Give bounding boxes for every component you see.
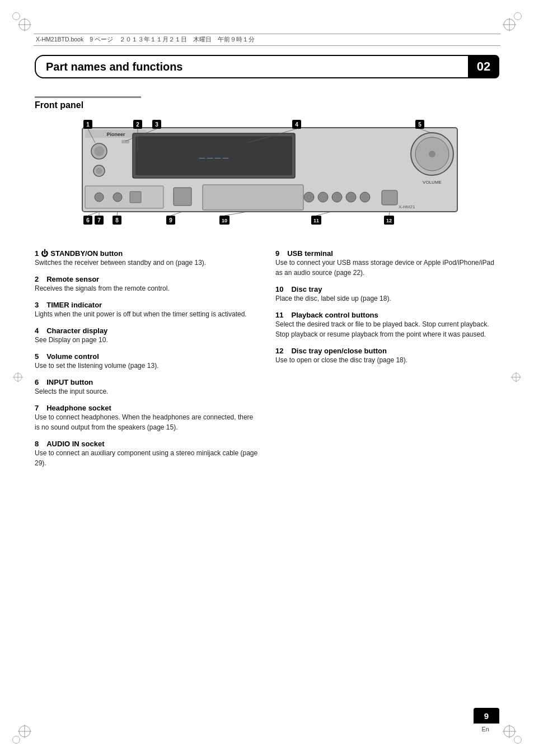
reg-mark-mr <box>510 372 522 385</box>
svg-rect-37 <box>382 190 397 205</box>
corner-circle-bl <box>12 736 20 744</box>
section-heading-container: Front panel <box>35 96 141 110</box>
desc-body-6: Selects the input source. <box>35 386 259 396</box>
svg-text:— — — —: — — — — <box>199 154 228 161</box>
desc-item-2: 2 Remote sensor Receives the signals fro… <box>35 275 259 293</box>
svg-line-71 <box>117 212 118 216</box>
svg-text:7: 7 <box>97 217 101 223</box>
svg-point-18 <box>96 167 102 174</box>
corner-circle-tr <box>514 12 522 20</box>
header-strip: X-HM21BTD.book 9 ページ ２０１３年１１月２１日 木曜日 午前９… <box>34 34 500 46</box>
desc-body-8: Use to connect an auxiliary component us… <box>35 448 259 468</box>
desc-num-7: 7 <box>35 404 39 412</box>
svg-text:8: 8 <box>115 217 119 223</box>
svg-point-27 <box>95 193 104 202</box>
desc-item-12: 12 Disc tray open/close button Use to op… <box>275 347 499 365</box>
svg-rect-30 <box>174 188 191 206</box>
svg-text:1: 1 <box>86 122 90 128</box>
svg-point-33 <box>318 192 328 202</box>
desc-num-3: 3 <box>35 301 39 309</box>
svg-point-32 <box>304 192 314 202</box>
page-number-box: 9 <box>474 708 499 724</box>
desc-num-9: 9 <box>275 249 279 258</box>
svg-point-35 <box>346 192 356 202</box>
desc-num-6: 6 <box>35 378 39 386</box>
desc-body-11: Select the desired track or file to be p… <box>275 319 499 339</box>
svg-point-16 <box>94 146 104 156</box>
svg-point-24 <box>429 151 435 157</box>
desc-body-1: Switches the receiver between standby an… <box>35 258 259 268</box>
desc-icon-1: ⏻ <box>41 249 48 258</box>
svg-text:11: 11 <box>313 218 319 223</box>
page-lang: En <box>482 726 489 732</box>
desc-body-7: Use to connect headphones. When the head… <box>35 412 259 432</box>
header-file-info: X-HM21BTD.book 9 ページ ２０１３年１１月２１日 木曜日 午前９… <box>36 36 255 44</box>
svg-rect-29 <box>130 192 141 203</box>
desc-item-7: 7 Headphone socket Use to connect headph… <box>35 404 259 432</box>
corner-circle-tl <box>12 12 20 20</box>
page-number: 9 <box>484 711 489 721</box>
desc-title-8: AUDIO IN socket <box>46 440 104 448</box>
desc-title-10: Disc tray <box>291 285 322 293</box>
desc-num-12: 12 <box>275 347 283 355</box>
svg-rect-38 <box>121 140 129 143</box>
svg-line-73 <box>224 212 247 216</box>
svg-text:2: 2 <box>136 122 139 128</box>
desc-title-1: STANDBY/ON button <box>50 249 123 258</box>
section-rule <box>35 96 141 98</box>
svg-text:4: 4 <box>295 122 298 128</box>
desc-title-7: Headphone socket <box>46 404 111 412</box>
svg-text:5: 5 <box>418 122 421 128</box>
desc-title-6: INPUT button <box>46 378 93 386</box>
desc-item-1: 1 ⏻ STANDBY/ON button Switches the recei… <box>35 249 259 268</box>
descriptions-area: 1 ⏻ STANDBY/ON button Switches the recei… <box>35 249 499 475</box>
desc-title-9: USB terminal <box>287 249 333 258</box>
chapter-number: 02 <box>468 55 499 78</box>
device-diagram: Pioneer — — — — VOLUME <box>35 112 499 232</box>
desc-body-3: Lights when the unit power is off but wh… <box>35 309 259 319</box>
desc-item-4: 4 Character display See Display on page … <box>35 326 259 345</box>
desc-title-5: Volume control <box>46 352 99 361</box>
desc-title-11: Playback control buttons <box>291 311 378 319</box>
desc-num-4: 4 <box>35 326 39 335</box>
svg-text:Pioneer: Pioneer <box>106 132 125 137</box>
svg-text:10: 10 <box>222 218 227 223</box>
desc-body-12: Use to open or close the disc tray (page… <box>275 355 499 365</box>
desc-num-10: 10 <box>275 285 283 293</box>
svg-point-28 <box>113 193 122 202</box>
desc-title-4: Character display <box>46 326 107 335</box>
desc-num-11: 11 <box>275 311 283 319</box>
reg-mark-ml <box>12 372 24 385</box>
desc-item-6: 6 INPUT button Selects the input source. <box>35 378 259 396</box>
svg-text:X-HM21: X-HM21 <box>399 204 415 209</box>
desc-num-5: 5 <box>35 352 39 361</box>
svg-point-36 <box>360 192 370 202</box>
desc-item-9: 9 USB terminal Use to connect your USB m… <box>275 249 499 278</box>
desc-column-right: 9 USB terminal Use to connect your USB m… <box>275 249 499 475</box>
desc-body-10: Place the disc, label side up (page 18). <box>275 293 499 304</box>
svg-text:9: 9 <box>169 217 172 223</box>
svg-point-34 <box>332 192 342 202</box>
desc-item-5: 5 Volume control Use to set the listenin… <box>35 352 259 371</box>
desc-body-5: Use to set the listening volume (page 13… <box>35 361 259 371</box>
svg-text:3: 3 <box>155 122 158 128</box>
svg-rect-31 <box>203 185 303 210</box>
desc-item-11: 11 Playback control buttons Select the d… <box>275 311 499 339</box>
desc-num-1: 1 <box>35 249 39 258</box>
desc-num-8: 8 <box>35 440 39 448</box>
corner-circle-br <box>514 736 522 744</box>
diagram-area: Pioneer — — — — VOLUME <box>35 112 499 235</box>
section-title: Front panel <box>35 100 141 110</box>
svg-text:6: 6 <box>86 217 90 223</box>
desc-body-4: See Display on page 10. <box>35 335 259 345</box>
desc-num-2: 2 <box>35 275 39 283</box>
chapter-header: Part names and functions 02 <box>35 55 499 78</box>
reg-mark-tl <box>17 17 32 32</box>
desc-title-12: Disc tray open/close button <box>291 347 386 355</box>
svg-line-72 <box>171 212 182 216</box>
svg-line-69 <box>88 212 99 216</box>
desc-item-8: 8 AUDIO IN socket Use to connect an auxi… <box>35 440 259 468</box>
desc-body-2: Receives the signals from the remote con… <box>35 283 259 293</box>
desc-title-2: Remote sensor <box>46 275 99 283</box>
desc-item-10: 10 Disc tray Place the disc, label side … <box>275 285 499 304</box>
